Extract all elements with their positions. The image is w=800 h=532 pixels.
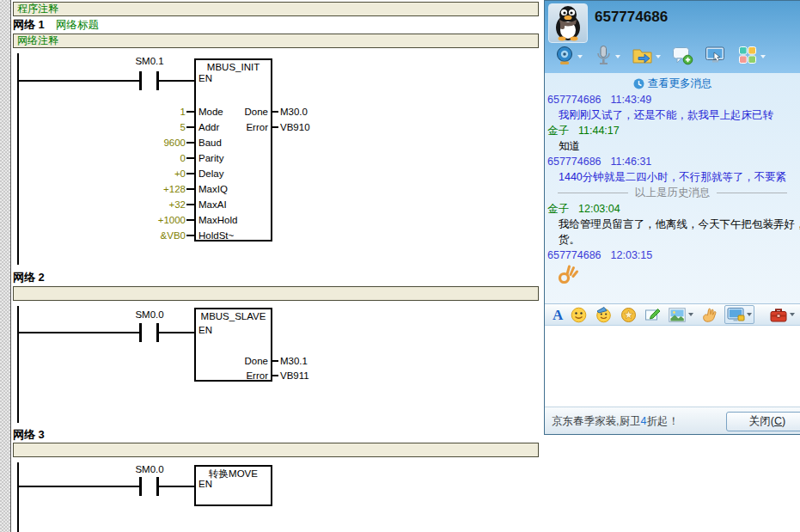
message-header: 金子12:03:04 [545,201,800,217]
close-button[interactable]: 关闭(C) [726,412,800,431]
emoticon-button[interactable] [571,307,587,323]
apps-button[interactable] [737,45,766,69]
ad-link[interactable]: 京东春季家装,厨卫4折起！ [552,414,679,429]
output-param-label: Error [198,370,268,382]
divider-line [717,193,787,193]
input-value[interactable]: 1 [112,107,186,118]
chevron-down-icon[interactable] [688,313,693,316]
chevron-down-icon[interactable] [790,313,795,316]
editor-margin-strip [0,0,11,532]
qq-header: 657774686 [545,1,800,73]
file-transfer-button[interactable] [632,46,661,68]
image-button[interactable] [669,308,693,322]
new-message-button[interactable] [672,46,693,69]
param-label: Parity [198,153,223,164]
input-value[interactable]: &VB0 [112,230,186,242]
block-title: MBUS_INIT [194,62,272,73]
view-more-messages-label: 查看更多消息 [648,76,712,91]
qq-header-toolbar [545,42,800,71]
image-icon [669,308,686,322]
contact-operand[interactable]: SM0.1 [125,56,174,67]
font-button[interactable]: A [553,308,563,322]
contact-bar[interactable] [156,71,159,90]
history-divider: 以上是历史消息 [545,185,800,201]
input-value[interactable]: 0 [112,153,186,164]
output-operand[interactable]: VB910 [280,122,310,133]
chevron-down-icon[interactable] [615,55,620,58]
message-emoji [545,263,800,287]
message-time: 11:44:17 [578,125,620,137]
input-value[interactable]: +32 [112,199,186,211]
input-value[interactable]: 5 [112,122,186,133]
network-comment-bar[interactable] [13,443,539,457]
chevron-down-icon[interactable] [656,55,661,58]
power-rail [17,462,19,532]
output-operand[interactable]: VB911 [280,370,309,382]
message-text: 1440分钟就是二四小时，不行那就等了，不要紧 [545,169,800,185]
message-text: 我刚刚又试了，还是不能，款我早上起床已转 [545,107,800,123]
remote-demo-button[interactable] [724,305,754,324]
input-value[interactable]: +0 [112,168,186,180]
input-stub [186,188,194,190]
sender-name: 657774686 [547,94,602,106]
microphone-button[interactable] [594,45,620,69]
qq-avatar[interactable] [548,3,588,43]
emoticon-icon [571,307,587,323]
ladder-editor-panel: 程序注释 网络 1网络标题网络注释SM0.1MBUS_INITEN1Mode5A… [0,0,544,532]
apps-icon [737,45,758,69]
penguin-icon [549,4,587,42]
view-more-messages-link[interactable]: 查看更多消息 [545,76,800,92]
input-stub [186,126,194,128]
param-label: MaxHold [198,215,237,226]
message-input-area[interactable] [545,326,800,407]
magic-emoticon-button[interactable] [595,306,613,323]
contact-bar[interactable] [156,323,159,342]
message-header: 65777468611:43:49 [545,92,800,107]
block-en-label: EN [198,325,212,336]
toolbox-icon [770,308,787,322]
contact-bar[interactable] [139,71,142,90]
input-value[interactable]: 9600 [112,138,186,149]
contact-bar[interactable] [156,477,159,496]
magic-emoticon-icon [595,306,613,323]
network-comment-bar[interactable]: 网络注释 [13,34,539,48]
shake-window-icon [620,307,637,323]
contact-operand[interactable]: SM0.0 [125,464,174,475]
chevron-down-icon[interactable] [577,55,583,58]
power-rail [17,306,19,423]
chevron-down-icon[interactable] [760,55,766,58]
network-label[interactable]: 网络 3 [13,427,45,443]
contact-bar[interactable] [139,323,142,342]
divider-line [558,193,628,193]
doodle-button[interactable] [701,307,717,323]
new-message-icon [672,46,693,69]
contact-bar[interactable] [139,477,142,496]
input-value[interactable]: +128 [112,184,186,195]
webcam-button[interactable] [554,46,583,69]
network-comment-bar[interactable] [13,286,539,301]
output-operand[interactable]: M30.0 [280,107,308,118]
shake-window-button[interactable] [620,307,637,323]
wire [159,80,194,82]
remote-desktop-button[interactable] [705,46,726,68]
input-value[interactable]: +1000 [112,215,186,226]
chevron-down-icon[interactable] [747,313,752,316]
network-title[interactable]: 网络标题 [56,18,99,33]
message-header: 金子11:44:17 [545,123,800,138]
message-time: 12:03:04 [578,203,620,215]
qq-account-number: 657774686 [595,9,668,26]
block-en-label: EN [198,479,212,490]
output-operand[interactable]: M30.1 [280,356,308,367]
wire [18,80,139,82]
font-icon: A [553,308,563,322]
message-text: 我给管理员留言了，他离线，今天下午把包装弄好，发 [545,217,800,232]
program-comment-bar[interactable]: 程序注释 [13,2,539,16]
chat-message-area[interactable]: 查看更多消息 65777468611:43:49我刚刚又试了，还是不能，款我早上… [545,73,800,303]
contact-operand[interactable]: SM0.0 [125,309,174,321]
input-stub [186,219,194,221]
toolbox-button[interactable] [770,308,795,322]
screenshot-button[interactable] [644,307,661,323]
network-label[interactable]: 网络 1 [13,17,45,33]
param-label: Delay [198,168,223,180]
network-label[interactable]: 网络 2 [13,270,45,285]
